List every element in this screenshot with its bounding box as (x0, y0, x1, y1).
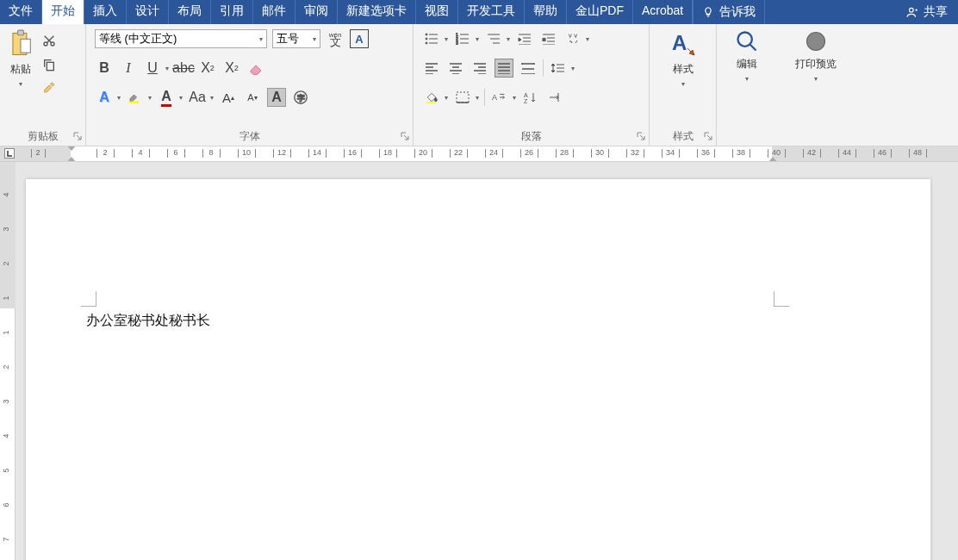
subscript-button[interactable]: X2 (198, 59, 217, 78)
char-border-button[interactable]: A (350, 29, 369, 48)
group-styles: A 样式 ▾ 样式 (650, 24, 717, 146)
borders-icon (456, 91, 470, 103)
paste-button[interactable]: 粘贴 ▾ (5, 28, 36, 90)
distribute-button[interactable] (519, 59, 538, 78)
italic-button[interactable]: I (119, 59, 138, 78)
tab-review[interactable]: 审阅 (295, 0, 338, 24)
multilevel-button[interactable] (484, 29, 503, 48)
ruler-vertical[interactable]: 432112345678 (0, 162, 16, 560)
group-print: 打印预览 ▾ (777, 24, 855, 146)
styles-icon: A (669, 29, 698, 59)
body-text[interactable]: 办公室秘书处秘书长 (86, 313, 210, 327)
tab-acrobat[interactable]: Acrobat (633, 0, 693, 24)
numbering-button[interactable]: 123 (453, 29, 472, 48)
format-painter-button[interactable] (40, 79, 59, 98)
paragraph-launcher[interactable] (637, 132, 645, 140)
tab-layout[interactable]: 布局 (169, 0, 211, 24)
tab-view[interactable]: 视图 (416, 0, 458, 24)
bold-button[interactable]: B (95, 59, 114, 78)
svg-rect-7 (129, 102, 140, 103)
launcher-icon (704, 132, 712, 140)
align-justify-button[interactable] (495, 59, 513, 78)
enclose-icon: 字 (293, 90, 308, 105)
show-marks-button[interactable] (545, 88, 564, 107)
group-paragraph: ▾ 123▾ ▾ ▾ ▾ ▾ ▾ A▾ AZ (414, 24, 650, 146)
ruler-horizontal[interactable]: 2246810121416182022242628303234363840424… (0, 146, 958, 162)
first-line-indent[interactable] (67, 146, 76, 151)
page: 办公室秘书处秘书长 (26, 179, 930, 560)
margin-corner-tl (81, 291, 96, 307)
chevron-down-icon: ▾ (814, 75, 818, 83)
svg-point-11 (426, 38, 427, 40)
tab-design[interactable]: 设计 (127, 0, 169, 24)
tab-insert[interactable]: 插入 (84, 0, 127, 24)
tab-newtab[interactable]: 新建选项卡 (338, 0, 416, 24)
tab-developer[interactable]: 开发工具 (458, 0, 525, 24)
borders-button[interactable] (453, 88, 472, 107)
font-size-value: 五号 (277, 31, 309, 47)
copy-button[interactable] (40, 55, 59, 74)
eraser-icon (248, 61, 264, 75)
tab-mailings[interactable]: 邮件 (253, 0, 295, 24)
font-name-combo[interactable]: 等线 (中文正文) ▾ (95, 29, 267, 48)
editing-label: 编辑 (737, 57, 757, 72)
clipboard-launcher[interactable] (73, 132, 82, 140)
clear-format-button[interactable] (246, 59, 265, 78)
print-preview-button[interactable]: 打印预览 ▾ (792, 28, 840, 84)
align-right-button[interactable] (470, 59, 489, 78)
document-canvas[interactable]: 办公室秘书处秘书长 (16, 162, 958, 560)
line-spacing-button[interactable] (549, 59, 568, 78)
editing-button[interactable]: 编辑 ▾ (731, 28, 762, 84)
outdent-icon (518, 33, 532, 45)
bullets-icon (425, 33, 439, 45)
bullets-button[interactable] (422, 29, 441, 48)
font-size-combo[interactable]: 五号 ▾ (272, 29, 320, 48)
tab-help[interactable]: 帮助 (525, 0, 567, 24)
font-launcher[interactable] (401, 132, 409, 140)
text-direction-icon: A (492, 91, 507, 103)
superscript-button[interactable]: X2 (222, 59, 241, 78)
underline-button[interactable]: U (143, 59, 162, 78)
tab-home[interactable]: 开始 (42, 0, 84, 24)
group-styles-label: 样式 (673, 129, 694, 144)
tab-jinshan-pdf[interactable]: 金山PDF (567, 0, 633, 24)
svg-point-10 (426, 34, 427, 35)
styles-launcher[interactable] (704, 132, 712, 140)
tab-references[interactable]: 引用 (211, 0, 253, 24)
share-label: 共享 (924, 4, 948, 20)
paragraph-line[interactable]: 办公室秘书处秘书长 (86, 312, 210, 330)
shrink-font-button[interactable]: A▾ (243, 88, 262, 107)
group-clipboard-label: 剪贴板 (28, 129, 59, 144)
align-left-button[interactable] (422, 59, 441, 78)
enclose-char-button[interactable]: 字 (291, 88, 310, 107)
cut-button[interactable] (40, 31, 59, 50)
tell-me[interactable]: 告诉我 (693, 0, 765, 24)
sort-button[interactable]: AZ (521, 88, 540, 107)
indent-inc-button[interactable] (539, 29, 558, 48)
svg-text:A: A (672, 31, 687, 54)
align-center-button[interactable] (446, 59, 465, 78)
svg-rect-3 (21, 39, 30, 53)
tab-file[interactable]: 文件 (0, 0, 42, 24)
char-shading-button[interactable]: A (267, 88, 286, 107)
share-button[interactable]: 共享 (896, 0, 958, 24)
font-color-button[interactable]: A (157, 88, 176, 107)
phonetic-guide-button[interactable]: wén 文 (326, 29, 345, 48)
person-icon (906, 6, 918, 18)
highlight-button[interactable] (126, 88, 145, 107)
asian-layout-button[interactable] (563, 29, 582, 48)
indent-dec-button[interactable] (515, 29, 534, 48)
styles-button[interactable]: A 样式 ▾ (665, 28, 701, 90)
grow-font-button[interactable]: A▴ (219, 88, 238, 107)
text-effects-button[interactable]: A (95, 88, 114, 107)
change-case-button[interactable]: Aa (188, 88, 207, 107)
tab-selector[interactable] (4, 148, 15, 159)
group-font: 等线 (中文正文) ▾ 五号 ▾ wén 文 A B I U▾ abc (86, 24, 414, 146)
svg-rect-16 (426, 103, 436, 104)
numbering-icon: 123 (456, 33, 470, 45)
line-spacing-icon (551, 62, 565, 74)
shading-button[interactable] (422, 88, 441, 107)
strike-button[interactable]: abc (174, 59, 193, 78)
group-font-label: 字体 (240, 129, 260, 144)
text-direction-button[interactable]: A (490, 88, 509, 107)
